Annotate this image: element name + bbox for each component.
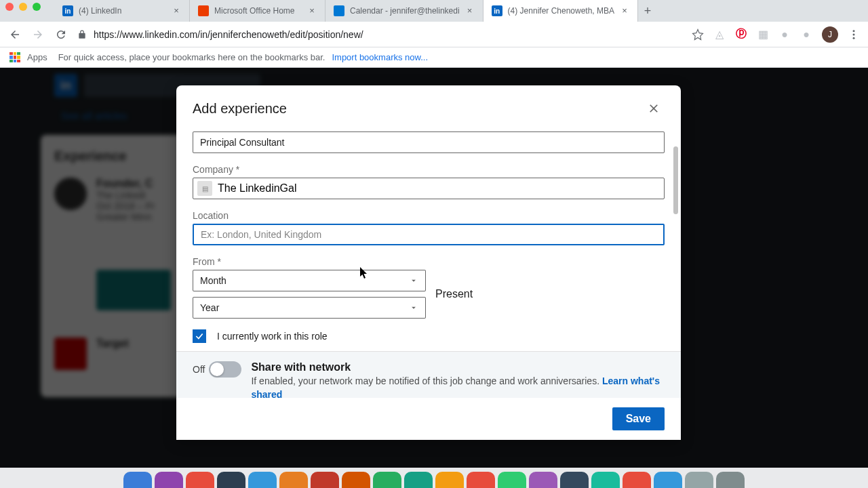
url-text: https://www.linkedin.com/in/jenniferchen… [94, 29, 363, 40]
close-tab-icon[interactable]: × [465, 6, 475, 16]
reload-button[interactable] [54, 28, 68, 41]
dock-app-icon[interactable] [123, 472, 152, 488]
svg-point-2 [853, 37, 855, 39]
address-bar: https://www.linkedin.com/in/jenniferchen… [0, 22, 868, 47]
toggle-state-label: Off [193, 364, 205, 375]
dock-app-icon[interactable] [654, 472, 682, 488]
dock-app-icon[interactable] [404, 472, 433, 488]
tab-calendar[interactable]: Calendar - jennifer@thelinkedi × [326, 0, 484, 22]
extension-icon[interactable]: ● [800, 28, 812, 41]
star-icon[interactable] [692, 28, 704, 41]
dock-app-icon[interactable] [623, 472, 651, 488]
linkedin-favicon-icon: in [62, 5, 73, 16]
check-icon [195, 331, 204, 341]
share-title: Share with network [251, 361, 665, 373]
present-label: Present [435, 288, 473, 300]
close-tab-icon[interactable]: × [620, 6, 629, 16]
close-tab-icon[interactable]: × [307, 6, 317, 16]
title-input[interactable] [193, 131, 665, 153]
share-description: If enabled, your network may be notified… [251, 375, 665, 398]
dock-app-icon[interactable] [217, 472, 245, 488]
profile-avatar[interactable]: J [822, 26, 838, 43]
url-field[interactable]: https://www.linkedin.com/in/jenniferchen… [77, 29, 682, 40]
menu-icon[interactable] [848, 28, 860, 41]
share-network-toggle[interactable] [209, 361, 241, 378]
extension-icon[interactable]: ◬ [713, 28, 726, 41]
apps-label[interactable]: Apps [27, 52, 47, 62]
from-year-select[interactable]: Year [193, 297, 426, 319]
dock-app-icon[interactable] [560, 472, 589, 488]
dock-app-icon[interactable] [467, 472, 495, 488]
add-experience-modal: Add experience Company * ▤ The LinkedinG… [176, 85, 681, 440]
save-button[interactable]: Save [612, 407, 665, 430]
dock-app-icon[interactable] [342, 472, 370, 488]
from-month-select[interactable]: Month [193, 270, 426, 291]
tab-title: (4) Jennifer Chenoweth, MBA [508, 6, 614, 16]
tab-title: Microsoft Office Home [214, 6, 302, 16]
current-role-label: I currently work in this role [217, 331, 328, 342]
close-icon [647, 102, 660, 115]
dock [0, 468, 868, 488]
import-bookmarks-link[interactable]: Import bookmarks now... [332, 52, 428, 62]
tab-title: (4) LinkedIn [79, 6, 166, 16]
dock-app-icon[interactable] [186, 472, 214, 488]
company-placeholder-icon: ▤ [197, 181, 212, 196]
back-button[interactable] [8, 28, 22, 41]
bookmarks-bar: Apps For quick access, place your bookma… [0, 47, 868, 68]
dock-app-icon[interactable] [685, 472, 713, 488]
minimize-window-icon[interactable] [19, 3, 27, 11]
svg-point-0 [853, 30, 855, 32]
office-favicon-icon [198, 5, 209, 16]
maximize-window-icon[interactable] [33, 3, 41, 11]
company-input[interactable]: ▤ The LinkedinGal [193, 178, 665, 199]
from-label: From * [193, 256, 665, 267]
bookmarks-hint: For quick access, place your bookmarks h… [58, 52, 326, 62]
tab-office[interactable]: Microsoft Office Home × [190, 0, 326, 22]
apps-icon[interactable] [9, 52, 20, 63]
dock-app-icon[interactable] [279, 472, 308, 488]
year-placeholder: Year [200, 302, 219, 313]
toggle-knob [210, 363, 224, 376]
dock-app-icon[interactable] [311, 472, 339, 488]
linkedin-favicon-icon: in [492, 5, 502, 16]
dock-app-icon[interactable] [435, 472, 464, 488]
dock-app-icon[interactable] [373, 472, 401, 488]
forward-button [31, 28, 45, 41]
dock-app-icon[interactable] [716, 472, 745, 488]
outlook-favicon-icon [334, 5, 344, 16]
tab-profile-edit[interactable]: in (4) Jennifer Chenoweth, MBA × [484, 0, 638, 22]
current-role-checkbox[interactable] [193, 329, 206, 343]
month-placeholder: Month [200, 275, 226, 286]
dock-app-icon[interactable] [529, 472, 557, 488]
dock-app-icon[interactable] [498, 472, 526, 488]
modal-title: Add experience [193, 101, 287, 117]
scrollbar-thumb[interactable] [673, 146, 678, 214]
dock-app-icon[interactable] [248, 472, 277, 488]
chevron-down-icon [409, 303, 418, 312]
tab-title: Calendar - jennifer@thelinkedi [350, 6, 460, 16]
new-tab-button[interactable]: + [638, 4, 657, 18]
dock-app-icon[interactable] [155, 472, 183, 488]
company-label: Company * [193, 164, 665, 175]
dock-app-icon[interactable] [591, 472, 620, 488]
extension-icon[interactable]: ● [778, 28, 791, 41]
location-label: Location [193, 210, 665, 221]
close-window-icon[interactable] [5, 3, 14, 11]
close-modal-button[interactable] [643, 98, 665, 119]
close-tab-icon[interactable]: × [172, 6, 181, 16]
svg-point-1 [853, 33, 855, 35]
extension-icon[interactable]: ▦ [757, 28, 769, 41]
window-traffic-lights[interactable] [5, 3, 41, 11]
lock-icon [77, 30, 87, 39]
chevron-down-icon [409, 276, 418, 285]
location-input[interactable] [193, 224, 665, 245]
browser-tab-bar: in (4) LinkedIn × Microsoft Office Home … [0, 0, 868, 22]
company-value: The LinkedinGal [218, 182, 297, 195]
pinterest-icon[interactable]: ⓟ [735, 28, 747, 41]
tab-linkedin[interactable]: in (4) LinkedIn × [54, 0, 190, 22]
